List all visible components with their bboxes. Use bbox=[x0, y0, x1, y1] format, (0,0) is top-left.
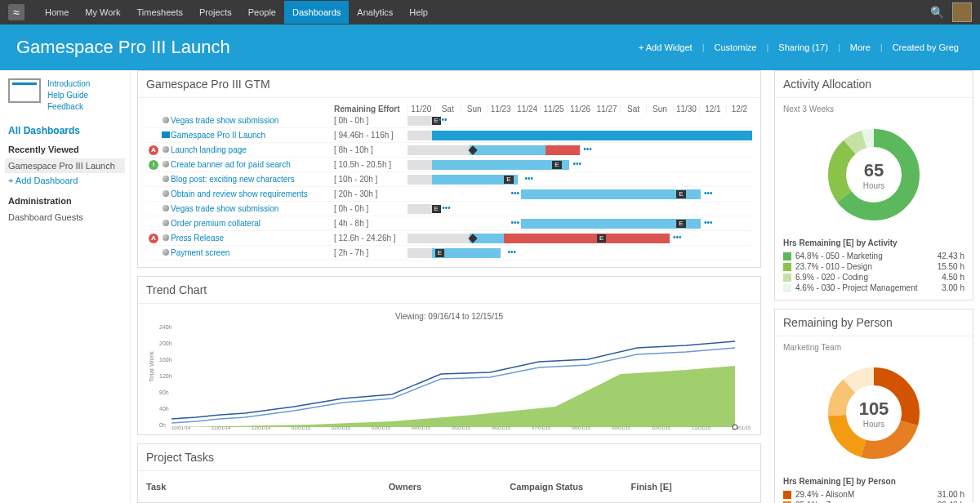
top-nav: ≈ HomeMy WorkTimesheetsProjectsPeopleDas… bbox=[0, 0, 980, 24]
nav-people[interactable]: People bbox=[240, 1, 284, 24]
intro-link[interactable]: Help Guide bbox=[47, 90, 90, 101]
gantt-row: Gamespace Pro II Launch[ 94.46h - 116h ] bbox=[146, 128, 752, 143]
user-avatar[interactable] bbox=[952, 2, 972, 22]
task-link[interactable]: Launch landing page bbox=[171, 145, 334, 154]
app-logo-icon[interactable]: ≈ bbox=[8, 4, 24, 20]
svg-text:40h: 40h bbox=[159, 406, 169, 412]
nav-projects[interactable]: Projects bbox=[191, 1, 240, 24]
gantt-date: 11/24 bbox=[514, 105, 540, 114]
header-action[interactable]: Customize bbox=[715, 42, 757, 52]
nav-timesheets[interactable]: Timesheets bbox=[129, 1, 191, 24]
svg-text:80h: 80h bbox=[159, 389, 169, 395]
intro-icon bbox=[8, 78, 41, 103]
search-icon[interactable]: 🔍 bbox=[930, 6, 944, 19]
activity-donut-chart: 65 Hours bbox=[825, 126, 923, 224]
svg-text:160h: 160h bbox=[159, 357, 172, 363]
task-icon bbox=[163, 205, 169, 211]
project-tasks-widget: Project Tasks TaskOwnersCampaign StatusF… bbox=[137, 443, 761, 503]
task-link[interactable]: Obtain and review show requirements bbox=[171, 189, 334, 198]
gantt-row: Vegas trade show submission[ 0h - 0h ]E•… bbox=[146, 114, 752, 128]
task-icon bbox=[163, 176, 169, 182]
all-dashboards-link[interactable]: All Dashboards bbox=[8, 125, 122, 136]
nav-my-work[interactable]: My Work bbox=[77, 1, 128, 24]
effort-value: [ 4h - 8h ] bbox=[334, 219, 408, 228]
dashboard-title: Gamespace Pro III Launch bbox=[16, 37, 634, 58]
gantt-date: 11/30 bbox=[673, 105, 699, 114]
gantt-row: Payment screen[ 2h - 7h ]E••• bbox=[146, 246, 752, 260]
gantt-date: 11/20 bbox=[408, 105, 434, 114]
effort-value: [ 0h - 0h ] bbox=[334, 204, 408, 213]
nav-home[interactable]: Home bbox=[37, 1, 77, 24]
gantt-date: 11/23 bbox=[487, 105, 513, 114]
alert-icon: A bbox=[149, 145, 158, 155]
task-link[interactable]: Payment screen bbox=[171, 248, 334, 257]
gantt-date: 12/1 bbox=[699, 105, 725, 114]
nav-analytics[interactable]: Analytics bbox=[349, 1, 401, 24]
header-action[interactable]: + Add Widget bbox=[639, 42, 693, 52]
svg-point-23 bbox=[733, 425, 737, 430]
header-action[interactable]: More bbox=[850, 42, 871, 52]
task-link[interactable]: Vegas trade show submission bbox=[171, 116, 334, 125]
intro-link[interactable]: Feedback bbox=[47, 101, 90, 113]
legend-row: 25.1% - Zareen26.43 h bbox=[783, 500, 964, 503]
task-link[interactable]: Create banner ad for paid search bbox=[171, 160, 334, 169]
task-icon bbox=[163, 220, 169, 226]
gantt-row: ALaunch landing page[ 8h - 10h ]••• bbox=[146, 143, 752, 158]
admin-item[interactable]: Dashboard Guests bbox=[8, 210, 122, 225]
recent-dashboard-item[interactable]: Gamespace Pro III Launch bbox=[5, 158, 125, 173]
activity-hours-value: 65 bbox=[863, 160, 885, 181]
task-icon bbox=[163, 190, 169, 197]
task-link[interactable]: Gamespace Pro II Launch bbox=[171, 131, 334, 140]
legend-row: 6.9% - 020 - Coding4.50 h bbox=[783, 272, 964, 283]
header-action[interactable]: Sharing (17) bbox=[778, 42, 828, 52]
activity-legend-title: Hrs Remaining [E] by Activity bbox=[783, 238, 964, 247]
gtm-title: Gamespace Pro III GTM bbox=[138, 71, 760, 98]
activity-allocation-widget: Activity Allocation Next 3 Weeks 65 Ho bbox=[774, 70, 973, 300]
effort-value: [ 94.46h - 116h ] bbox=[334, 131, 408, 140]
remaining-by-person-widget: Remaining by Person Marketing Team 10 bbox=[774, 309, 973, 503]
task-link[interactable]: Order premium collateral bbox=[171, 219, 334, 228]
alert-icon: A bbox=[149, 234, 158, 243]
effort-value: [ 20h - 30h ] bbox=[334, 189, 408, 198]
activity-title: Activity Allocation bbox=[775, 71, 973, 98]
effort-value: [ 8h - 10h ] bbox=[334, 145, 408, 154]
task-icon bbox=[163, 234, 169, 241]
pt-column-header: Owners bbox=[389, 482, 510, 492]
task-link[interactable]: Vegas trade show submission bbox=[171, 204, 334, 213]
task-icon bbox=[163, 146, 169, 153]
pt-column-header: Task bbox=[146, 482, 389, 492]
gantt-date: Sat bbox=[434, 105, 460, 114]
gantt-row: Blog post: exciting new characters[ 10h … bbox=[146, 172, 752, 187]
legend-row: 64.8% - 050 - Marketing42.43 h bbox=[783, 251, 964, 261]
svg-text:120h: 120h bbox=[159, 373, 172, 379]
dashboard-header: Gamespace Pro III Launch + Add Widget|Cu… bbox=[0, 24, 980, 70]
add-dashboard-link[interactable]: + Add Dashboard bbox=[8, 173, 122, 188]
project-tasks-title: Project Tasks bbox=[138, 444, 760, 471]
gantt-date: 11/26 bbox=[567, 105, 593, 114]
legend-row: 4.6% - 030 - Project Management3.00 h bbox=[783, 283, 964, 293]
trend-chart-svg: Total Work 240h200h160h120h80h40h0h 10/0… bbox=[146, 325, 752, 431]
gantt-date: Sat bbox=[620, 105, 646, 114]
person-hours-value: 105 bbox=[859, 398, 889, 420]
recently-viewed-title: Recently Viewed bbox=[8, 145, 122, 154]
task-link[interactable]: Press Release bbox=[171, 234, 334, 243]
gantt-date: 11/25 bbox=[540, 105, 566, 114]
trend-title: Trend Chart bbox=[138, 277, 760, 304]
nav-help[interactable]: Help bbox=[401, 1, 436, 24]
pt-column-header: Finish [E] bbox=[631, 482, 752, 492]
sidebar: IntroductionHelp GuideFeedback All Dashb… bbox=[0, 70, 131, 503]
effort-value: [ 12.6h - 24.26h ] bbox=[334, 234, 408, 243]
svg-text:11/01/14: 11/01/14 bbox=[212, 425, 231, 430]
person-donut-chart: 105 Hours bbox=[825, 364, 923, 462]
person-legend-title: Hrs Remaining [E] by Person bbox=[783, 477, 964, 486]
header-action[interactable]: Created by Greg bbox=[893, 42, 959, 52]
administration-title: Administration bbox=[8, 196, 122, 206]
header-actions: + Add Widget|Customize|Sharing (17)|More… bbox=[634, 42, 964, 52]
nav-dashboards[interactable]: Dashboards bbox=[284, 1, 349, 24]
effort-value: [ 2h - 7h ] bbox=[334, 248, 408, 257]
task-link[interactable]: Blog post: exciting new characters bbox=[171, 175, 334, 184]
intro-link[interactable]: Introduction bbox=[47, 78, 90, 90]
legend-row: 29.4% - AlisonM31.00 h bbox=[783, 489, 964, 500]
gtm-widget: Gamespace Pro III GTM Remaining Effort 1… bbox=[137, 70, 761, 268]
legend-row: 23.7% - 010 - Design15.50 h bbox=[783, 261, 964, 272]
